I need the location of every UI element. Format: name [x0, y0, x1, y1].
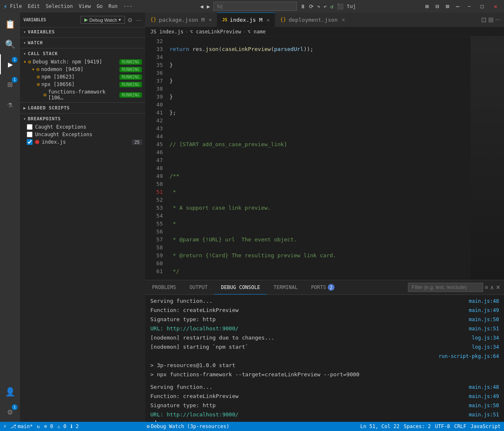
- command-search[interactable]: [213, 2, 297, 11]
- console-source-1[interactable]: main.js:49: [469, 306, 499, 314]
- debug-forward-icon[interactable]: ▶: [207, 3, 210, 10]
- breadcrumb-file[interactable]: JS index.js: [150, 29, 183, 35]
- stop-icon[interactable]: ⬛: [337, 3, 344, 10]
- callstack-item-3[interactable]: ⚙ npx [10656] RUNNING: [20, 81, 145, 88]
- activity-settings[interactable]: ⚙ 1: [0, 402, 20, 422]
- step-into-icon[interactable]: ↷: [317, 3, 320, 10]
- more-actions-button[interactable]: ···: [495, 16, 501, 23]
- pause-icon[interactable]: ⏸: [300, 3, 306, 10]
- status-language[interactable]: JavaScript: [471, 423, 501, 429]
- step-over-icon[interactable]: ⟳: [309, 3, 314, 10]
- activity-debug[interactable]: ▶ 1: [0, 54, 20, 74]
- console-source-12[interactable]: main.js:50: [469, 401, 499, 410]
- callstack-header[interactable]: ▾ CALL STACK: [20, 49, 145, 58]
- callstack-item-4[interactable]: ⚙ functions-framework [106… RUNNING: [20, 88, 145, 101]
- status-info[interactable]: ℹ 2: [71, 423, 79, 429]
- debug-back-icon[interactable]: ◀: [200, 3, 203, 10]
- step-out-icon[interactable]: ↶: [324, 3, 327, 10]
- breakpoint-caught[interactable]: Caught Exceptions: [20, 123, 145, 131]
- debug-settings-button[interactable]: ⚙: [127, 16, 134, 24]
- callstack-item-0[interactable]: ▾ ⚙ Debug Watch: npm [9419] RUNNING: [20, 58, 145, 66]
- status-line-endings[interactable]: CRLF: [454, 423, 466, 429]
- tab-deployment-json[interactable]: {} deployment.json ✕: [275, 13, 350, 27]
- console-source-0[interactable]: main.js:48: [469, 297, 499, 305]
- activity-extensions[interactable]: ⊞ 1: [0, 74, 20, 94]
- panel-tab-terminal[interactable]: TERMINAL: [267, 280, 304, 294]
- tab-package-json[interactable]: {} package.json M ✕: [145, 13, 217, 27]
- ln-51: 51: [145, 188, 163, 196]
- close-panel-button[interactable]: ✕: [496, 284, 501, 291]
- console-source-5[interactable]: log.js:34: [472, 343, 499, 351]
- ln-36: 36: [145, 69, 163, 77]
- wrap-lines-button[interactable]: ≡: [485, 284, 488, 291]
- tab-close-package[interactable]: ✕: [209, 17, 212, 23]
- status-debug-session[interactable]: ⚙ Debug Watch (3p-resources): [147, 423, 229, 429]
- activity-search[interactable]: 🔍: [0, 34, 20, 54]
- console-source-4[interactable]: log.js:34: [472, 334, 499, 342]
- status-debug-icon[interactable]: ⚡: [3, 423, 6, 429]
- status-errors[interactable]: ⊘ 0: [44, 423, 53, 429]
- console-source-11[interactable]: main.js:49: [469, 392, 499, 401]
- restart-icon[interactable]: ↺: [330, 3, 334, 10]
- split-icon[interactable]: ⊠: [444, 2, 451, 10]
- status-spaces[interactable]: Spaces: 2: [404, 423, 431, 429]
- caught-checkbox[interactable]: [27, 124, 33, 130]
- status-encoding[interactable]: UTF-8: [435, 423, 450, 429]
- loaded-scripts-header[interactable]: ▶ LOADED SCRIPTS: [20, 104, 145, 112]
- panel-tab-problems[interactable]: PROBLEMS: [145, 280, 183, 294]
- caught-label: Caught Exceptions: [35, 124, 86, 130]
- maximize-button[interactable]: □: [477, 3, 487, 10]
- panel-tab-debug-console[interactable]: DEBUG CONSOLE: [214, 280, 267, 294]
- menu-run[interactable]: Run: [109, 3, 118, 9]
- callstack-item-2[interactable]: ⚙ npm [10623] RUNNING: [20, 73, 145, 81]
- activity-testing[interactable]: ⚗: [0, 94, 20, 114]
- breakpoint-uncaught[interactable]: Uncaught Exceptions: [20, 131, 145, 138]
- panel-icon[interactable]: ⊟: [434, 2, 441, 10]
- status-branch[interactable]: ⎇ main*: [10, 423, 33, 429]
- menu-go[interactable]: Go: [96, 3, 102, 9]
- breadcrumb-symbol[interactable]: ⌥ name: [248, 29, 266, 35]
- console-source-13[interactable]: main.js:51: [469, 411, 499, 419]
- close-button[interactable]: ✕: [491, 2, 501, 10]
- activity-accounts[interactable]: 👤: [0, 382, 20, 402]
- menu-edit[interactable]: Edit: [28, 3, 40, 9]
- console-line-3: URL: http://localhost:9000/ main.js:51: [145, 324, 504, 333]
- minimize-button[interactable]: —: [464, 3, 474, 10]
- debug-more-button[interactable]: ···: [135, 16, 142, 24]
- uncaught-checkbox[interactable]: [27, 132, 33, 137]
- layout-toggle-button[interactable]: ⊞: [488, 16, 494, 24]
- panel-tab-ports[interactable]: PORTS 2: [304, 280, 341, 294]
- activity-explorer[interactable]: 📋: [0, 14, 20, 34]
- split-editor-button[interactable]: ⊡: [481, 16, 486, 24]
- watch-header[interactable]: ▾ WATCH: [20, 38, 145, 47]
- callstack-item-1[interactable]: ▾ ⚙ nodemon [9450] RUNNING: [20, 66, 145, 73]
- panel-tab-output[interactable]: OUTPUT: [183, 280, 214, 294]
- customize-icon[interactable]: ⋯: [454, 2, 461, 10]
- layout-icon[interactable]: ⊞: [423, 2, 430, 10]
- console-source-10[interactable]: main.js:48: [469, 383, 499, 391]
- menu-file[interactable]: File: [10, 3, 22, 9]
- console-source-6[interactable]: run-script-pkg.js:64: [439, 352, 499, 360]
- menu-more[interactable]: ···: [124, 3, 133, 9]
- status-warnings[interactable]: ⚠ 0: [57, 423, 66, 429]
- ln-60: 60: [145, 259, 163, 267]
- menu-selection[interactable]: Selection: [46, 3, 73, 9]
- status-sync[interactable]: ↻: [37, 423, 40, 429]
- code-content[interactable]: return res.json(caseLinkPreview(parsedUr…: [166, 36, 471, 280]
- debug-run-button[interactable]: ▶ Debug Watch ▾: [81, 16, 125, 24]
- menu-view[interactable]: View: [79, 3, 91, 9]
- tab-close-indexjs[interactable]: ✕: [267, 17, 270, 23]
- indexjs-checkbox[interactable]: [27, 139, 33, 145]
- tab-index-js[interactable]: JS index.js M ✕: [217, 13, 275, 27]
- breadcrumb-function[interactable]: ⌥ caseLinkPreview: [190, 29, 241, 35]
- breakpoints-header[interactable]: ▾ BREAKPOINTS: [20, 114, 145, 123]
- console-line-4: [nodemon] restarting due to changes... l…: [145, 333, 504, 342]
- variables-header[interactable]: ▾ VARIABLES: [20, 28, 145, 36]
- console-source-2[interactable]: main.js:50: [469, 315, 499, 324]
- collapse-up-button[interactable]: ∧: [490, 284, 494, 291]
- tab-close-deployment[interactable]: ✕: [342, 17, 345, 23]
- filter-input[interactable]: [408, 283, 483, 292]
- breakpoint-indexjs[interactable]: index.js 25: [20, 138, 145, 146]
- status-position[interactable]: Ln 51, Col 22: [360, 423, 400, 429]
- console-source-3[interactable]: main.js:51: [469, 325, 499, 333]
